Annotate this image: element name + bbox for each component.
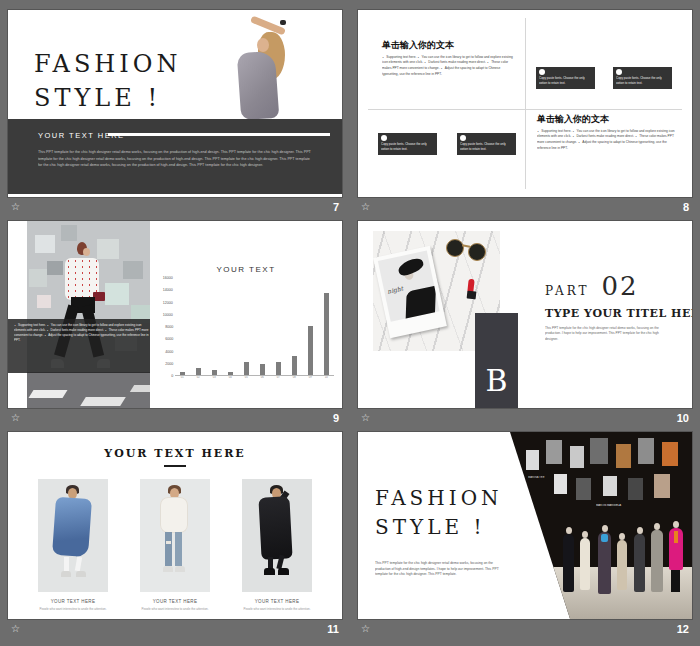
dark-text-box: Copy paste fonts. Choose the only option… [378, 133, 437, 155]
y-tick-label: 2000 [165, 362, 173, 366]
floor [27, 372, 150, 408]
chart-bar [228, 372, 233, 375]
x-tick-label: 03 [213, 376, 216, 379]
card-caption: YOUR TEXT HERE [251, 599, 304, 604]
photo-label: MARTIN MARGIELA [596, 504, 621, 507]
x-tick-label: 10 [325, 376, 328, 379]
letter-block: B [475, 313, 518, 408]
slide7-footer: ☆ 7 [8, 197, 342, 216]
walking-model-photo [27, 221, 150, 408]
slide8-heading-bottom: 单击输入你的文本 [537, 113, 609, 126]
y-tick-label: 16000 [163, 276, 173, 280]
slide12-page-number: 12 [677, 623, 689, 635]
chart-y-axis: 1600014000120001000080006000400020000 [158, 278, 175, 376]
slide10-footer: ☆ 10 [358, 408, 692, 427]
brand-star-icon: ☆ [361, 202, 370, 212]
brand-star-icon: ☆ [11, 413, 20, 423]
slide8-page-number: 8 [683, 201, 689, 213]
chart-bar [292, 356, 297, 375]
part-label: PART [545, 284, 589, 298]
slide12-footer: ☆ 12 [358, 619, 692, 638]
slide-thumbnail-8[interactable]: 单击输入你的文本 Supporting text here. You can u… [358, 10, 692, 197]
card-caption: YOUR TEXT HERE [47, 599, 100, 604]
x-tick-label: 05 [245, 376, 248, 379]
chart-bar [180, 372, 185, 375]
slide7-body-text: This PPT template for the chic high desi… [38, 149, 314, 168]
part-number: 02 [601, 271, 638, 301]
y-tick-label: 0 [171, 374, 173, 378]
divider-line [108, 133, 330, 136]
slide9-page-number: 9 [333, 412, 339, 424]
photo-label: MARINA YEE [528, 476, 544, 479]
card-subtext: People who want interesting to angle the… [140, 606, 210, 611]
x-tick-label: 07 [277, 376, 280, 379]
slide12-title-line1: FASHION [375, 484, 503, 513]
slide-thumbnail-11[interactable]: YOUR TEXT HERE YOUR TEXT HERE People who… [8, 432, 342, 619]
horizontal-divider [368, 109, 682, 110]
sunglasses-icon [446, 239, 464, 257]
card-subtext: People who want interesting to angle the… [242, 606, 312, 611]
slide12-body-text: This PPT template for the chic high desi… [375, 560, 507, 577]
slide10-body-text: This PPT template for the chic high desi… [545, 325, 667, 342]
slide10-page-number: 10 [677, 412, 689, 424]
slide11-page-number: 11 [327, 623, 339, 635]
chart-title: YOUR TEXT [158, 265, 334, 274]
slide12-title-line2: STYLE ! [375, 513, 503, 542]
card-caption: YOUR TEXT HERE [149, 599, 202, 604]
slide11-title: YOUR TEXT HERE [8, 447, 342, 460]
model-photo-gray-top [226, 19, 290, 119]
chart-bar [212, 370, 217, 375]
dark-text-box: Copy paste fonts. Choose the only option… [536, 67, 595, 89]
magazine: night [373, 246, 447, 338]
y-tick-label: 4000 [165, 350, 173, 354]
slide7-title-line1: FASHION [34, 48, 181, 82]
model-card-denim: YOUR TEXT HERE People who want interesti… [38, 479, 108, 616]
slide7-title: FASHION STYLE ! [34, 48, 181, 115]
slide-thumbnail-10[interactable]: night B PART 02 TYPE YOUR TITEL HERE Thi… [358, 221, 692, 408]
x-tick-label: 09 [309, 376, 312, 379]
slide8-bullets-top: Supporting text here. You can use the ic… [382, 54, 514, 76]
y-tick-label: 8000 [165, 325, 173, 329]
section-letter: B [485, 366, 507, 396]
chart-bar [260, 364, 265, 375]
dark-text-box: Copy paste fonts. Choose the only option… [613, 67, 672, 89]
slide9-text-overlay: Supporting text here. You can use the ic… [8, 319, 150, 373]
slide7-title-line2: STYLE ! [34, 82, 181, 116]
x-tick-label: 01 [181, 376, 184, 379]
chart-bar [276, 362, 281, 375]
slide10-title: TYPE YOUR TITEL HERE [545, 307, 692, 320]
slide-thumbnail-12[interactable]: MARINA YEE MARTIN MARGIELA FASHION STYLE… [358, 432, 692, 619]
slide8-heading-top: 单击输入你的文本 [382, 39, 454, 52]
y-tick-label: 14000 [163, 288, 173, 292]
card-subtext: People who want interesting to angle the… [38, 606, 108, 611]
slide-thumbnail-9[interactable]: Supporting text here. You can use the ic… [8, 221, 342, 408]
vertical-divider [525, 18, 526, 189]
slide7-dark-panel: YOUR TEXT HERE This PPT template for the… [8, 119, 342, 194]
template-preview-board: FASHION STYLE ! YOUR TEXT HERE This PPT … [0, 0, 700, 638]
slide8-bullets-bottom: Supporting text here. You can use the ic… [537, 128, 677, 150]
brand-star-icon: ☆ [11, 202, 20, 212]
slide8-footer: ☆ 8 [358, 197, 692, 216]
x-tick-label: 02 [197, 376, 200, 379]
title-underline [164, 465, 186, 467]
brand-star-icon: ☆ [361, 624, 370, 634]
chart-bar [308, 326, 313, 375]
chart-bar [196, 368, 201, 375]
x-tick-label: 06 [261, 376, 264, 379]
chart-plot: 01020304050607080910 [175, 278, 334, 376]
chart-bar [324, 293, 329, 375]
magazine-label: night [387, 284, 404, 294]
slide-thumbnail-7[interactable]: FASHION STYLE ! YOUR TEXT HERE This PPT … [8, 10, 342, 197]
chart-bar [244, 362, 249, 375]
model-card-black-coat: YOUR TEXT HERE People who want interesti… [242, 479, 312, 616]
brand-star-icon: ☆ [11, 624, 20, 634]
slide9-footer: ☆ 9 [8, 408, 342, 427]
y-tick-label: 6000 [165, 337, 173, 341]
y-tick-label: 12000 [163, 301, 173, 305]
x-tick-label: 08 [293, 376, 296, 379]
slide12-title: FASHION STYLE ! [375, 484, 503, 542]
slide11-footer: ☆ 11 [8, 619, 342, 638]
y-tick-label: 10000 [163, 313, 173, 317]
model-card-hoodie: YOUR TEXT HERE People who want interesti… [140, 479, 210, 616]
dark-text-box: Copy paste fonts. Choose the only option… [457, 133, 516, 155]
